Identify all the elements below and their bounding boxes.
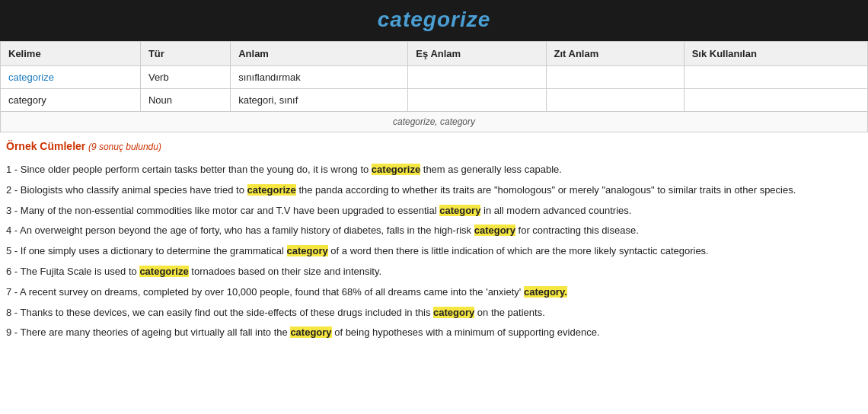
cell-word: category xyxy=(1,89,141,112)
sentence-highlight: category xyxy=(474,225,515,236)
sentence-text-before: If one simply uses a dictionary to deter… xyxy=(21,245,287,256)
table-header-row: Kelime Tür Anlam Eş Anlam Zıt Anlam Sık … xyxy=(1,42,868,66)
cell-synonym xyxy=(408,89,546,112)
sentence-highlight: category xyxy=(439,205,480,216)
table-row: categorizeVerbsınıflandırmak xyxy=(1,66,868,89)
sentence-text-before: Thanks to these devices, we can easily f… xyxy=(21,307,433,318)
sentence-text-after: of being hypotheses with a minimum of su… xyxy=(332,326,600,338)
sentence-highlight: category xyxy=(290,326,331,338)
word-table: Kelime Tür Anlam Eş Anlam Zıt Anlam Sık … xyxy=(0,41,868,112)
sentence-number: 7 - xyxy=(6,286,20,298)
col-header-word: Kelime xyxy=(1,42,141,66)
list-item: 8 - Thanks to these devices, we can easi… xyxy=(6,303,862,323)
sentence-number: 5 - xyxy=(6,245,21,256)
list-item: 9 - There are many theories of ageing bu… xyxy=(6,323,862,343)
word-link[interactable]: categorize xyxy=(8,72,54,83)
sentence-text-after: the panda according to whether its trait… xyxy=(296,184,796,196)
table-row: categoryNounkategori, sınıf xyxy=(1,89,868,112)
col-header-meaning: Anlam xyxy=(231,42,408,66)
sentence-highlight: categorize xyxy=(139,266,188,277)
cell-type: Verb xyxy=(140,66,230,89)
sentence-text-after: of a word then there is little indicatio… xyxy=(328,245,709,256)
example-result-count: (9 sonuç bulundu) xyxy=(88,142,161,152)
sentence-text-before: There are many theories of ageing but vi… xyxy=(21,326,291,338)
sentence-number: 9 - xyxy=(6,326,21,338)
table-body: categorizeVerbsınıflandırmakcategoryNoun… xyxy=(1,66,868,112)
sentence-highlight: categorize xyxy=(372,164,420,175)
table-footer-note: categorize, category xyxy=(0,112,868,132)
sentence-highlight: categorize xyxy=(247,184,296,196)
list-item: 4 - An overweight person beyond the age … xyxy=(6,221,862,241)
app-header: categorize xyxy=(0,0,868,41)
sentence-highlight: category xyxy=(287,245,328,256)
list-item: 1 - Since older people perform certain t… xyxy=(6,160,862,180)
sentence-number: 4 - xyxy=(6,225,20,236)
example-section-title: Örnek Cümleler xyxy=(6,140,85,152)
cell-antonym xyxy=(546,66,684,89)
sentence-text-before: Since older people perform certain tasks… xyxy=(21,164,372,175)
col-header-synonym: Eş Anlam xyxy=(408,42,546,66)
cell-word[interactable]: categorize xyxy=(1,66,141,89)
cell-meaning: kategori, sınıf xyxy=(231,89,408,112)
sentence-highlight: category xyxy=(433,307,474,318)
sentence-text-before: The Fujita Scale is used to xyxy=(21,266,140,277)
sentence-text-after: on the patients. xyxy=(474,307,545,318)
sentence-highlight: category. xyxy=(524,286,567,298)
col-header-type: Tür xyxy=(140,42,230,66)
sentence-number: 8 - xyxy=(6,307,21,318)
sentence-text-before: An overweight person beyond the age of f… xyxy=(20,225,474,236)
sentence-text-before: A recent survey on dreams, completed by … xyxy=(20,286,524,298)
sentence-number: 6 - xyxy=(6,266,21,277)
cell-type: Noun xyxy=(140,89,230,112)
sentence-text-after: tornadoes based on their size and intens… xyxy=(189,266,381,277)
sentence-number: 2 - xyxy=(6,184,21,196)
list-item: 2 - Biologists who classify animal speci… xyxy=(6,180,862,201)
sentence-number: 1 - xyxy=(6,164,21,175)
sentence-number: 3 - xyxy=(6,205,21,216)
list-item: 7 - A recent survey on dreams, completed… xyxy=(6,282,862,303)
sentence-text-after: for contracting this disease. xyxy=(515,225,639,236)
sentence-text-after: them as generally less capable. xyxy=(420,164,562,175)
cell-meaning: sınıflandırmak xyxy=(231,66,408,89)
sentences-container: 1 - Since older people perform certain t… xyxy=(0,157,868,351)
app-title: categorize xyxy=(0,8,868,32)
sentence-text-after: in all modern advanced countries. xyxy=(480,205,631,216)
list-item: 5 - If one simply uses a dictionary to d… xyxy=(6,241,862,262)
cell-common xyxy=(684,89,867,112)
list-item: 6 - The Fujita Scale is used to categori… xyxy=(6,262,862,282)
sentence-text-before: Biologists who classify animal species h… xyxy=(21,184,247,196)
sentence-text-before: Many of the non-essential commodities li… xyxy=(21,205,439,216)
list-item: 3 - Many of the non-essential commoditie… xyxy=(6,201,862,221)
example-section-header: Örnek Cümleler (9 sonuç bulundu) xyxy=(0,132,868,157)
cell-synonym xyxy=(408,66,546,89)
col-header-antonym: Zıt Anlam xyxy=(546,42,684,66)
cell-antonym xyxy=(546,89,684,112)
col-header-common: Sık Kullanılan xyxy=(684,42,867,66)
cell-common xyxy=(684,66,867,89)
